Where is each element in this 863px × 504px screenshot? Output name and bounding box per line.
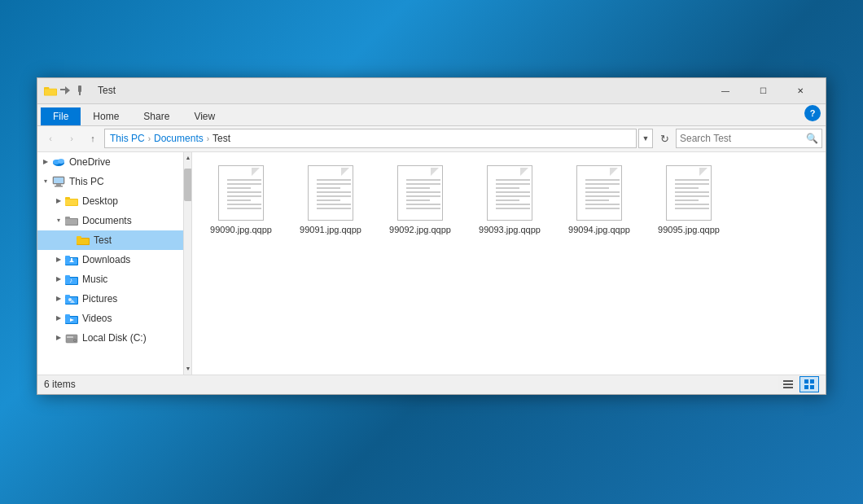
svg-rect-12	[56, 184, 61, 186]
search-box[interactable]: 🔍	[676, 129, 822, 148]
file-lines-3	[496, 179, 530, 209]
line	[675, 187, 699, 189]
file-item-3[interactable]: 99093.jpg.qqpp	[469, 160, 550, 239]
up-button[interactable]: ↑	[83, 129, 103, 148]
address-dropdown[interactable]: ▼	[638, 129, 653, 148]
line	[227, 195, 261, 197]
test-folder-icon	[77, 234, 90, 247]
view-grid-button[interactable]	[799, 376, 819, 392]
line	[227, 183, 261, 185]
chevron-thispc: ▾	[41, 177, 50, 186]
breadcrumb-current: Test	[212, 133, 230, 144]
chevron-pictures: ▶	[54, 294, 64, 304]
file-corner-4	[610, 168, 618, 176]
view-list-button[interactable]	[778, 376, 798, 392]
file-item-0[interactable]: 99090.jpg.qqpp	[200, 160, 282, 239]
thispc-icon	[52, 175, 65, 188]
search-input[interactable]	[680, 133, 806, 144]
file-name-1: 99091.jpg.qqpp	[300, 224, 361, 235]
sidebar-item-test[interactable]: ▶ Test	[37, 230, 183, 250]
sidebar-item-downloads[interactable]: ▶ Downloads	[37, 250, 183, 270]
documents-label: Documents	[82, 215, 132, 226]
file-icon-3	[484, 164, 536, 222]
forward-button[interactable]: ›	[62, 129, 81, 148]
file-name-2: 99092.jpg.qqpp	[389, 224, 451, 235]
line	[585, 191, 620, 193]
view-buttons	[778, 376, 819, 392]
music-folder-icon: ♪	[65, 273, 78, 286]
sidebar-item-videos[interactable]: ▶ Videos	[37, 309, 183, 328]
ribbon: File Home Share View ?	[37, 104, 826, 126]
arrow-icon-title	[59, 84, 72, 97]
minimize-button[interactable]: —	[707, 77, 744, 103]
svg-rect-11	[54, 177, 64, 183]
file-page-0	[218, 165, 264, 221]
file-page-3	[487, 165, 532, 221]
localdisk-label: Local Disk (C:)	[82, 332, 147, 344]
sidebar-item-thispc[interactable]: ▾ This PC	[37, 172, 183, 191]
svg-point-43	[74, 340, 76, 341]
file-item-4[interactable]: 99094.jpg.qqpp	[559, 160, 640, 239]
chevron-music: ▶	[54, 274, 64, 284]
thispc-label: This PC	[69, 176, 104, 187]
sidebar-item-documents[interactable]: ▾ Documents	[37, 211, 183, 230]
downloads-folder-icon	[65, 253, 78, 266]
line	[675, 179, 709, 181]
file-icon-2	[394, 164, 446, 222]
scrollbar-up[interactable]: ▲	[184, 152, 192, 164]
desktop-folder-icon	[65, 195, 78, 208]
breadcrumb[interactable]: This PC › Documents › Test	[104, 129, 637, 148]
sidebar-item-music[interactable]: ▶ ♪ Music	[37, 270, 183, 289]
window-controls: — ☐ ✕	[707, 77, 819, 103]
tab-share[interactable]: Share	[131, 107, 182, 125]
line	[585, 183, 620, 185]
scrollbar-thumb[interactable]	[184, 169, 192, 201]
chevron-localdisk: ▶	[54, 333, 64, 343]
pictures-folder-icon	[65, 292, 78, 305]
videos-folder-icon	[65, 312, 78, 325]
breadcrumb-thispc[interactable]: This PC	[110, 133, 145, 144]
sidebar-item-pictures[interactable]: ▶ Pictures	[37, 289, 183, 309]
back-button[interactable]: ‹	[41, 129, 60, 148]
chevron-videos: ▶	[54, 313, 64, 323]
sidebar-item-onedrive[interactable]: ▶ OneDrive	[37, 152, 183, 172]
scrollbar-down[interactable]: ▼	[184, 363, 192, 375]
line	[317, 195, 351, 197]
chevron-downloads: ▶	[54, 255, 64, 265]
line	[496, 183, 530, 185]
breadcrumb-documents[interactable]: Documents	[154, 133, 204, 144]
file-item-5[interactable]: 99095.jpg.qqpp	[648, 160, 729, 239]
chevron-documents: ▾	[54, 216, 64, 226]
line	[496, 179, 530, 181]
sidebar-item-localdisk[interactable]: ▶ Local Disk (C:)	[37, 328, 183, 348]
line	[585, 187, 609, 189]
line	[227, 179, 261, 181]
tab-home[interactable]: Home	[81, 107, 131, 125]
close-button[interactable]: ✕	[782, 77, 819, 103]
sidebar-scrollbar[interactable]: ▲ ▼	[183, 152, 191, 375]
line	[675, 208, 709, 209]
help-button[interactable]: ?	[804, 105, 821, 121]
svg-text:♪: ♪	[69, 277, 72, 284]
localdisk-icon	[65, 331, 78, 344]
svg-rect-2	[45, 89, 56, 94]
file-name-5: 99095.jpg.qqpp	[658, 224, 720, 235]
line	[227, 208, 261, 209]
file-item-2[interactable]: 99092.jpg.qqpp	[379, 160, 461, 239]
search-icon[interactable]: 🔍	[806, 133, 818, 144]
sidebar-item-desktop[interactable]: ▶ Desktop	[37, 191, 183, 211]
file-item-1[interactable]: 99091.jpg.qqpp	[290, 160, 371, 239]
file-corner-1	[341, 168, 349, 176]
tab-view[interactable]: View	[182, 107, 227, 125]
line	[406, 183, 440, 185]
tab-file[interactable]: File	[41, 107, 81, 125]
svg-rect-45	[783, 380, 793, 382]
file-page-4	[576, 165, 622, 221]
file-name-4: 99094.jpg.qqpp	[568, 224, 630, 235]
file-corner-3	[520, 168, 528, 176]
refresh-button[interactable]: ↻	[655, 129, 674, 148]
svg-rect-18	[65, 217, 70, 219]
line	[585, 199, 609, 201]
title-bar: Test — ☐ ✕	[37, 78, 826, 104]
maximize-button[interactable]: ☐	[744, 77, 782, 103]
